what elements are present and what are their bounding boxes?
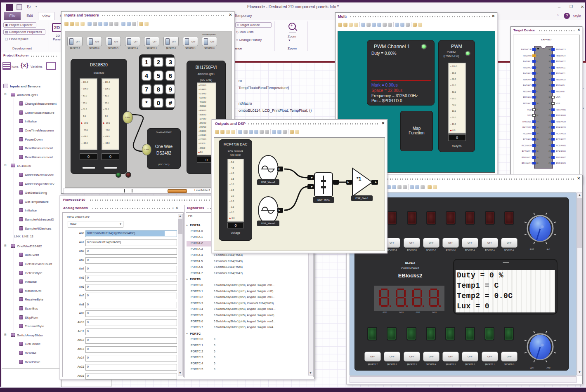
svg-text:*1: *1 <box>357 176 362 182</box>
